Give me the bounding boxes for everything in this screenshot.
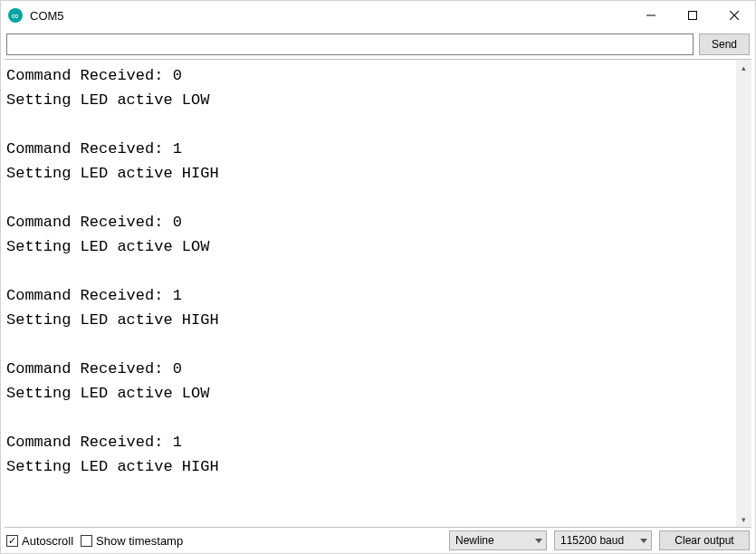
- line-ending-value: Newline: [455, 534, 494, 547]
- chevron-down-icon: [640, 539, 647, 543]
- line-ending-select[interactable]: Newline: [449, 530, 547, 550]
- vertical-scrollbar[interactable]: ▴ ▾: [736, 60, 751, 527]
- timestamp-label: Show timestamp: [96, 534, 183, 548]
- chevron-down-icon: [535, 539, 542, 543]
- baud-rate-select[interactable]: 115200 baud: [554, 530, 652, 550]
- serial-monitor-window: COM5 Send Command Received: 0 Setting LE…: [0, 0, 756, 554]
- minimize-button[interactable]: [630, 1, 672, 30]
- maximize-icon: [688, 11, 697, 20]
- checkbox-icon: [6, 535, 18, 547]
- send-button[interactable]: Send: [699, 33, 750, 55]
- window-controls: [630, 1, 755, 30]
- close-button[interactable]: [713, 1, 755, 30]
- close-icon: [730, 11, 739, 20]
- autoscroll-label: Autoscroll: [22, 534, 73, 548]
- serial-input[interactable]: [6, 33, 694, 55]
- input-row: Send: [1, 30, 755, 59]
- checkbox-icon: [81, 535, 92, 547]
- maximize-button[interactable]: [672, 1, 713, 30]
- svg-rect-1: [689, 12, 697, 20]
- console-wrap: Command Received: 0 Setting LED active L…: [5, 59, 751, 528]
- autoscroll-checkbox[interactable]: Autoscroll: [6, 534, 73, 548]
- bottom-bar: Autoscroll Show timestamp Newline 115200…: [1, 528, 755, 553]
- console-output: Command Received: 0 Setting LED active L…: [5, 60, 736, 527]
- scroll-down-button[interactable]: ▾: [736, 511, 751, 527]
- window-title: COM5: [30, 9, 64, 23]
- minimize-icon: [646, 11, 656, 20]
- arduino-icon: [8, 8, 23, 23]
- baud-rate-value: 115200 baud: [560, 534, 624, 547]
- titlebar: COM5: [1, 1, 755, 30]
- scroll-up-button[interactable]: ▴: [736, 60, 751, 75]
- clear-output-button[interactable]: Clear output: [659, 530, 750, 550]
- timestamp-checkbox[interactable]: Show timestamp: [81, 534, 183, 548]
